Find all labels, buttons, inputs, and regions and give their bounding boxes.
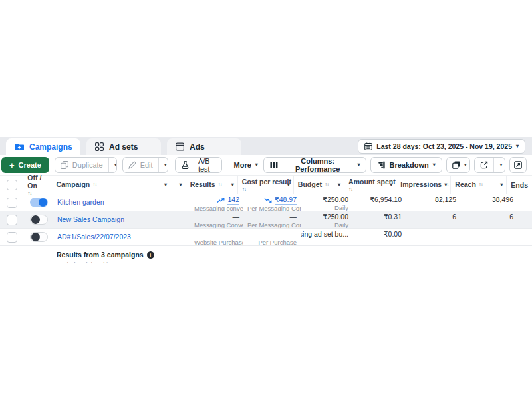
cost-per-result-value: — [247,230,297,239]
table-row[interactable]: Kitchen garden 142 Messaging conversat..… [0,194,532,211]
table-header-row: Off / On ↑↓ Campaign ↑↓ ▾ ▾ Results ↑↓ [0,175,532,194]
create-button[interactable]: + Create [1,157,49,173]
duplicate-dropdown[interactable]: ▾ [108,158,117,172]
export-button[interactable] [475,158,493,172]
budget-value: ₹250.00 [305,213,348,221]
export-dropdown[interactable]: ▾ [493,158,505,172]
calendar-icon [364,142,372,150]
row-checkbox[interactable] [7,198,17,208]
campaign-toggle-off[interactable] [30,232,48,242]
ads-manager-screenshot: Campaigns Ad sets Ads Last 28 days: Oct … [0,0,532,399]
cost-per-result-link[interactable]: ₹48.97 [275,196,297,205]
tab-campaigns[interactable]: Campaigns [6,138,80,155]
reach-value: 38,496 [464,196,513,204]
ads-frame-icon [176,142,184,151]
cost-subtext: Per Messaging Conv... [247,205,297,211]
chevron-down-icon[interactable]: ▾ [231,182,234,188]
duplicate-button-group: Duplicate ▾ [55,157,117,173]
chevron-down-icon[interactable]: ▾ [287,182,290,188]
ends-label: Ends [511,181,528,189]
chevron-down-icon: ▾ [357,162,360,168]
columns-label: Columns: Performance [282,157,354,173]
header-budget[interactable]: Budget ↑↓ ▾ [294,176,344,194]
more-button[interactable]: More ▾ [229,157,263,173]
chevron-down-icon[interactable]: ▾ [180,182,182,188]
frozen-columns-divider [174,175,174,263]
cost-subtext: Per Purchase [247,239,297,245]
campaigns-folder-icon [15,143,24,151]
amount-spent-label: Amount spent [348,178,388,186]
header-cost-per-result[interactable]: Cost per result ↑↓ ▾ [238,176,294,194]
campaign-name-link[interactable]: AD#1/Sales/22/07/2023 [57,231,131,241]
campaign-toggle-off[interactable] [30,215,48,225]
amount-spent-value: ₹0.00 [356,230,402,239]
info-icon[interactable]: i [147,251,154,259]
chevron-down-icon: ▾ [464,162,467,168]
chevron-down-icon: ▾ [516,144,519,149]
row-checkbox[interactable] [7,232,17,243]
results-value: — [194,213,239,221]
sort-icon: ↑↓ [27,190,48,196]
cost-per-result-label: Cost per result [242,178,283,186]
select-all-checkbox[interactable] [7,180,17,190]
header-amount-spent[interactable]: Amount spent ↑↓ ▾ [344,176,396,194]
row-checkbox[interactable] [7,215,17,225]
table-row[interactable]: AD#1/Sales/22/07/2023 — Website Purchase… [0,229,532,246]
stacked-squares-icon [452,161,460,169]
amount-spent-value: ₹6,954.10 [356,196,402,204]
campaign-label: Campaign [57,181,90,188]
header-campaign[interactable]: Campaign ↑↓ ▾ [53,176,170,194]
ads-manager-panel: Campaigns Ad sets Ads Last 28 days: Oct … [0,137,532,263]
budget-value: Using ad set bu... [305,230,348,239]
header-reach[interactable]: Reach ↑↓ ▾ [451,176,507,194]
trend-down-icon [264,198,272,203]
view-charts-button[interactable] [509,157,527,173]
edit-button-group: Edit ▾ [122,157,168,173]
sort-icon: ↑↓ [218,181,222,188]
edit-button[interactable]: Edit [123,158,158,172]
reach-label: Reach [455,181,476,188]
copy-icon [61,161,68,169]
impressions-label: Impressions [400,181,442,188]
table-row[interactable]: New Sales Campaign — Messaging Conversat… [0,211,532,229]
chevron-down-icon[interactable]: ▾ [444,182,447,188]
sort-icon: ↑↓ [348,186,388,192]
duplicate-button[interactable]: Duplicate [55,158,108,172]
tab-ads[interactable]: Ads [167,138,241,155]
breakdown-button[interactable]: Breakdown ▾ [370,157,442,173]
create-button-label: Create [19,161,41,169]
amount-spent-value: ₹0.31 [356,213,402,221]
results-value-link[interactable]: 142 [227,196,239,205]
header-results[interactable]: Results ↑↓ ▾ [186,176,238,194]
results-subtext: Messaging Conversati... [194,221,239,228]
table-footer: Results from 3 campaigns i Excludes dele… [0,246,532,263]
header-off-on[interactable]: Off / On ↑↓ [23,176,52,194]
chevron-down-icon: ▾ [114,162,117,168]
header-extra-column[interactable]: ▾ [170,176,186,194]
campaign-name-link[interactable]: Kitchen garden [57,196,104,207]
chevron-down-icon[interactable]: ▾ [338,182,340,188]
sort-icon: ↑↓ [479,181,483,188]
budget-value: ₹250.00 [305,196,348,204]
reports-button[interactable]: ▾ [447,158,471,172]
budget-label: Budget [298,181,322,188]
campaign-name-link[interactable]: New Sales Campaign [57,213,124,224]
budget-subtext: Daily [305,221,348,228]
chevron-down-icon[interactable]: ▾ [164,182,167,188]
tab-ad-sets-label: Ad sets [109,142,138,152]
header-ends[interactable]: Ends [507,176,532,194]
edit-label: Edit [140,161,153,169]
ab-test-button[interactable]: A/B test [175,157,222,173]
results-subtext: Website Purchase [194,239,239,245]
campaign-toggle-on[interactable] [30,198,48,207]
edit-dropdown[interactable]: ▾ [158,158,168,172]
chevron-down-icon[interactable]: ▾ [500,182,503,188]
breakdown-label: Breakdown [389,161,428,169]
columns-button[interactable]: Columns: Performance ▾ [263,157,367,173]
tab-ad-sets[interactable]: Ad sets [86,138,161,155]
reports-button-group: ▾ [446,157,471,173]
cost-per-result-value: — [247,213,297,221]
date-range-selector[interactable]: Last 28 days: Oct 23, 2025 - Nov 19, 202… [358,139,525,154]
chevron-down-icon[interactable]: ▾ [390,182,392,188]
header-impressions[interactable]: Impressions ↑↓ ▾ [396,176,451,194]
